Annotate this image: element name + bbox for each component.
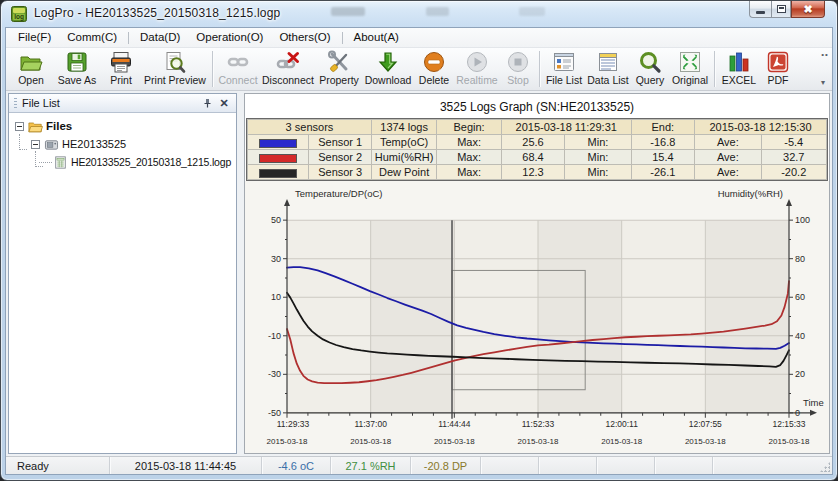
menu-separator xyxy=(128,32,129,44)
tree-item-label: HE20133525 xyxy=(62,138,126,150)
max-value: 25.6 xyxy=(501,135,564,150)
minimize-button[interactable] xyxy=(749,1,771,18)
sensor-row: Sensor 1Temp(oC)Max:25.6Min:-16.8Ave:-5.… xyxy=(248,135,827,150)
save-as-button[interactable]: Save As xyxy=(53,48,101,90)
status-segment: Ready xyxy=(6,457,110,474)
toolbar-button-label: EXCEL xyxy=(722,74,756,86)
menu-operationo[interactable]: Operation(O) xyxy=(188,30,271,45)
ave-label: Ave: xyxy=(695,135,761,150)
menu-commc[interactable]: Comm(C) xyxy=(59,30,125,45)
x-tick-date-label: 2015-03-18 xyxy=(350,437,391,446)
log-count: 1374 logs xyxy=(371,120,436,135)
original-button[interactable]: Original xyxy=(669,48,711,90)
toolbar-button-label: File List xyxy=(546,74,582,86)
logpro-app-icon: log xyxy=(11,6,27,22)
status-temperature: -4.6 oC xyxy=(278,460,314,472)
original-icon xyxy=(678,50,702,74)
tree-connector xyxy=(19,134,27,150)
min-label: Min: xyxy=(565,150,631,165)
tree-item-he20133525-20150318-1215-logp[interactable]: HE20133525_20150318_1215.logp xyxy=(9,153,236,171)
end-label: End: xyxy=(631,120,694,135)
folder-icon xyxy=(28,120,43,133)
download-button[interactable]: Download xyxy=(362,48,414,90)
max-label: Max: xyxy=(437,135,501,150)
logs-chart: 503010-10-30-5010080604020011:29:332015-… xyxy=(245,181,829,453)
panel-splitter[interactable] xyxy=(237,93,244,454)
tree-expander-icon[interactable] xyxy=(15,122,24,131)
toolbar-button-label: Save As xyxy=(58,74,97,86)
x-tick-time-label: 11:52:33 xyxy=(522,419,555,429)
toolbar-button-label: Data List xyxy=(587,74,628,86)
data-list-button[interactable]: Data List xyxy=(585,48,631,90)
file-list-button[interactable]: File List xyxy=(543,48,585,90)
menu-datad[interactable]: Data(D) xyxy=(132,30,188,45)
status-segment xyxy=(597,457,655,474)
print-icon xyxy=(109,50,133,74)
maximize-button[interactable] xyxy=(771,1,791,18)
pin-icon[interactable] xyxy=(200,96,214,110)
open-button[interactable]: Open xyxy=(9,48,53,90)
max-label: Max: xyxy=(437,165,501,180)
tree-item-files[interactable]: Files xyxy=(9,117,236,135)
tree-expander-icon[interactable] xyxy=(31,140,40,149)
status-bar: Ready 2015-03-18 11:44:45 -4.6 oC 27.1 %… xyxy=(6,456,832,474)
ave-value: -20.2 xyxy=(761,165,827,180)
x-axis-title: Time xyxy=(803,397,824,408)
y-tick-label-right: 80 xyxy=(795,254,805,264)
y-tick-label-right: 40 xyxy=(795,331,805,341)
y-tick-label-right: 0 xyxy=(795,408,800,418)
excel-button[interactable]: EXCEL xyxy=(718,48,760,90)
chart-area[interactable]: 503010-10-30-5010080604020011:29:332015-… xyxy=(245,181,829,453)
min-label: Min: xyxy=(565,165,631,180)
print-preview-button[interactable]: Print Preview xyxy=(141,48,209,90)
plot-band xyxy=(538,220,622,413)
sensor-color-cell xyxy=(248,165,309,180)
begin-label: Begin: xyxy=(437,120,501,135)
menu-filef[interactable]: File(F) xyxy=(10,30,59,45)
file-list-icon xyxy=(552,50,576,74)
status-segment: -20.8 DP xyxy=(411,457,481,474)
sensor-color-cell xyxy=(248,150,309,165)
query-button[interactable]: Query xyxy=(631,48,669,90)
menu-bar: File(F)Comm(C)Data(D)Operation(O)Others(… xyxy=(6,28,832,47)
end-time: 2015-03-18 12:15:30 xyxy=(695,120,827,135)
status-dewpoint: -20.8 DP xyxy=(424,460,467,472)
screen-edge xyxy=(0,481,838,486)
disconnect-button[interactable]: Disconnect xyxy=(260,48,316,90)
plot-band xyxy=(705,220,789,413)
close-button[interactable]: ✖ xyxy=(791,1,825,18)
query-icon xyxy=(638,50,662,74)
close-icon: ✖ xyxy=(803,2,812,17)
app-window: log LogPro - HE20133525_20150318_1215.lo… xyxy=(0,0,838,481)
menu-abouta[interactable]: About(A) xyxy=(346,30,407,45)
resize-grip-icon[interactable] xyxy=(820,462,830,472)
property-button[interactable]: Property xyxy=(316,48,362,90)
realtime-icon xyxy=(465,50,489,74)
y-tick-label-left: -30 xyxy=(268,369,281,379)
toolbar-overflow-button[interactable]: •• ▾ xyxy=(819,50,831,88)
plot-band xyxy=(371,220,455,413)
pdf-button[interactable]: PDF xyxy=(760,48,796,90)
print-preview-icon xyxy=(163,50,187,74)
x-tick-time-label: 11:29:33 xyxy=(277,419,310,429)
panel-close-icon[interactable]: ✕ xyxy=(217,96,231,110)
y-tick-label-left: -50 xyxy=(268,408,281,418)
workspace: File List ✕ FilesHE20133525HE20133525_20… xyxy=(6,91,832,456)
watermark-blob xyxy=(519,7,545,16)
status-segment: 27.1 %RH xyxy=(331,457,411,474)
plot-band xyxy=(454,220,538,413)
menu-otherso[interactable]: Others(O) xyxy=(271,30,338,45)
print-button[interactable]: Print xyxy=(101,48,141,90)
status-segment xyxy=(655,457,713,474)
maximize-icon xyxy=(777,5,786,13)
min-value: -16.8 xyxy=(631,135,694,150)
pdf-icon xyxy=(766,50,790,74)
min-label: Min: xyxy=(565,135,631,150)
tree-item-he20133525[interactable]: HE20133525 xyxy=(9,135,236,153)
toolbar-button-label: Print xyxy=(110,74,132,86)
delete-button[interactable]: Delete xyxy=(414,48,454,90)
save-as-icon xyxy=(65,50,89,74)
title-bar[interactable]: log LogPro - HE20133525_20150318_1215.lo… xyxy=(1,1,837,27)
svg-text:log: log xyxy=(14,13,24,21)
toolbar-separator xyxy=(212,51,213,87)
